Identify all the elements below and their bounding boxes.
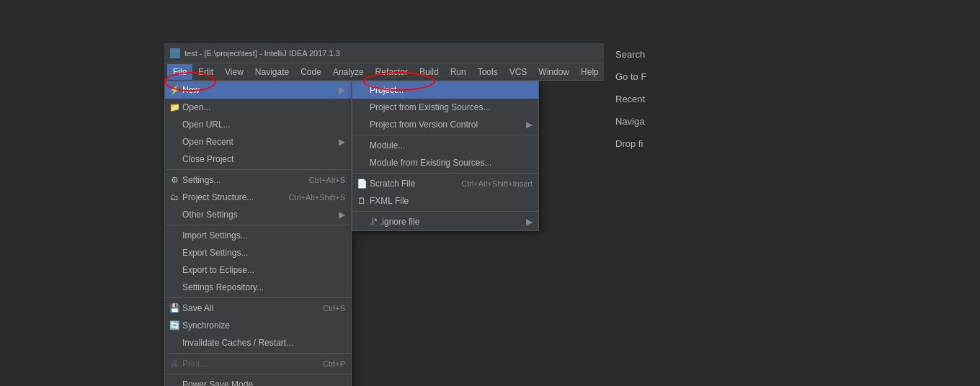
file-menu-dropdown: ⚡ New ▶ 📁 Open... Open URL... Open Recen… (164, 81, 352, 386)
menu-code[interactable]: Code (295, 64, 327, 80)
file-menu-open-recent[interactable]: Open Recent ▶ (165, 133, 351, 151)
app-icon (170, 48, 180, 58)
file-menu-print[interactable]: 🖨 Print... Ctrl+P (165, 355, 351, 372)
new-sep-3 (352, 211, 538, 212)
submenu-arrow: ▶ (339, 85, 345, 95)
file-menu-open-url[interactable]: Open URL... (165, 116, 351, 133)
menu-navigate[interactable]: Navigate (249, 64, 295, 80)
settings-icon: ⚙ (169, 175, 179, 185)
file-menu-open[interactable]: 📁 Open... (165, 99, 351, 116)
menu-refactor[interactable]: Refactor (370, 64, 414, 80)
right-panel-search: Search (604, 43, 980, 66)
separator-3 (165, 297, 351, 298)
file-menu-save-all[interactable]: 💾 Save All Ctrl+S (165, 300, 351, 317)
file-menu-export-eclipse[interactable]: Export to Eclipse... (165, 261, 351, 279)
fxml-icon: 🗒 (357, 196, 367, 206)
project-structure-icon: 🗂 (169, 192, 179, 202)
submenu-arrow-other: ▶ (339, 210, 345, 220)
window-title: test - [E:\project\test] - IntelliJ IDEA… (184, 49, 340, 58)
menu-vcs[interactable]: VCS (504, 64, 533, 80)
right-panel-drop: Drop fi (604, 133, 980, 155)
right-panel-recent: Recent (604, 88, 980, 110)
menu-window[interactable]: Window (533, 64, 575, 80)
new-submenu-project-vcs[interactable]: Project from Version Control ▶ (352, 116, 538, 133)
open-icon: 📁 (169, 102, 179, 112)
right-panel: Search Go to F Recent Naviga Drop fi (604, 43, 980, 386)
file-menu-settings-repository[interactable]: Settings Repository... (165, 279, 351, 296)
file-menu-settings[interactable]: ⚙ Settings... Ctrl+Alt+S (165, 171, 351, 189)
right-panel-goto: Go to F (604, 66, 980, 88)
submenu-arrow-recent: ▶ (339, 137, 345, 147)
new-submenu-fxml[interactable]: 🗒 FXML File (352, 192, 538, 210)
new-submenu-module-existing[interactable]: Module from Existing Sources... (352, 154, 538, 171)
separator-2 (165, 225, 351, 225)
new-submenu: Project... Project from Existing Sources… (352, 81, 539, 231)
menu-bar: File Edit View Navigate Code Analyze Ref… (164, 63, 604, 81)
file-menu-invalidate-caches[interactable]: Invalidate Caches / Restart... (165, 334, 351, 351)
file-menu-export-settings[interactable]: Export Settings... (165, 244, 351, 261)
title-bar: test - [E:\project\test] - IntelliJ IDEA… (164, 43, 604, 63)
menu-build[interactable]: Build (414, 64, 445, 80)
new-submenu-module[interactable]: Module... (352, 137, 538, 154)
menu-view[interactable]: View (219, 64, 249, 80)
new-sep-2 (352, 173, 538, 174)
separator-1 (165, 169, 351, 170)
file-menu-close-project[interactable]: Close Project (165, 151, 351, 168)
file-menu-project-structure[interactable]: 🗂 Project Structure... Ctrl+Alt+Shift+S (165, 189, 351, 206)
file-menu-new[interactable]: ⚡ New ▶ (165, 81, 351, 99)
sync-icon: 🔄 (169, 320, 179, 331)
file-menu-import-settings[interactable]: Import Settings... (165, 227, 351, 244)
menu-file[interactable]: File (167, 64, 192, 80)
menu-edit[interactable]: Edit (192, 64, 219, 80)
file-menu-synchronize[interactable]: 🔄 Synchronize (165, 317, 351, 334)
scratch-icon: 📄 (357, 179, 367, 189)
print-icon: 🖨 (169, 359, 179, 369)
right-panel-navigate: Naviga (604, 110, 980, 133)
file-menu-other-settings[interactable]: Other Settings ▶ (165, 206, 351, 223)
file-menu-power-save[interactable]: Power Save Mode (165, 376, 351, 386)
new-icon: ⚡ (169, 85, 179, 95)
menu-analyze[interactable]: Analyze (327, 64, 370, 80)
new-submenu-project-existing[interactable]: Project from Existing Sources... (352, 99, 538, 116)
new-submenu-scratch[interactable]: 📄 Scratch File Ctrl+Alt+Shift+Insert (352, 175, 538, 192)
menu-tools[interactable]: Tools (472, 64, 504, 80)
vcs-arrow: ▶ (526, 120, 533, 130)
menu-help[interactable]: Help (575, 64, 605, 80)
separator-4 (165, 353, 351, 354)
menu-run[interactable]: Run (445, 64, 472, 80)
ignore-arrow: ▶ (526, 217, 533, 227)
save-icon: 💾 (169, 303, 179, 313)
separator-5 (165, 374, 351, 374)
new-submenu-project[interactable]: Project... (352, 81, 538, 99)
new-submenu-ignore[interactable]: .i* .ignore file ▶ (352, 213, 538, 230)
new-sep-1 (352, 135, 538, 135)
